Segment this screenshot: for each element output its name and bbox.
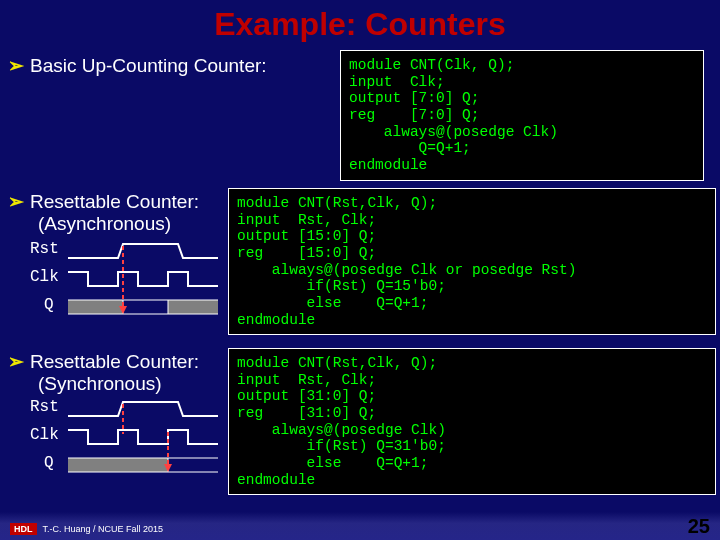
slide-title: Example: Counters (0, 0, 720, 43)
signal-label-rst: Rst (30, 240, 59, 258)
timing-diagram-async: Rst Clk Q (30, 240, 240, 330)
bullet-3-text: Resettable Counter: (30, 351, 199, 372)
signal-label-q: Q (44, 296, 54, 314)
code-resettable-sync: module CNT(Rst,Clk, Q); input Rst, Clk; … (228, 348, 716, 495)
code-basic-counter: module CNT(Clk, Q); input Clk; output [7… (340, 50, 704, 181)
arrow-async (68, 240, 218, 320)
footer-hdl-badge: HDL (10, 523, 37, 535)
signal-label-clk-2: Clk (30, 426, 59, 444)
svg-marker-5 (119, 306, 127, 314)
footer-credit: HDLT.-C. Huang / NCUE Fall 2015 (10, 524, 163, 534)
arrow-sync (68, 398, 218, 478)
footer-credit-text: T.-C. Huang / NCUE Fall 2015 (43, 524, 164, 534)
bullet-arrow-icon: ➢ (8, 351, 24, 372)
timing-diagram-sync: Rst Clk Q (30, 398, 240, 488)
svg-marker-10 (164, 464, 172, 472)
page-number: 25 (688, 515, 710, 538)
bullet-1-text: Basic Up-Counting Counter: (30, 55, 267, 76)
bullet-arrow-icon: ➢ (8, 55, 24, 76)
signal-label-clk: Clk (30, 268, 59, 286)
code-resettable-async: module CNT(Rst,Clk, Q); input Rst, Clk; … (228, 188, 716, 335)
bullet-2-text: Resettable Counter: (30, 191, 199, 212)
signal-label-rst-2: Rst (30, 398, 59, 416)
bullet-arrow-icon: ➢ (8, 191, 24, 212)
signal-label-q-2: Q (44, 454, 54, 472)
